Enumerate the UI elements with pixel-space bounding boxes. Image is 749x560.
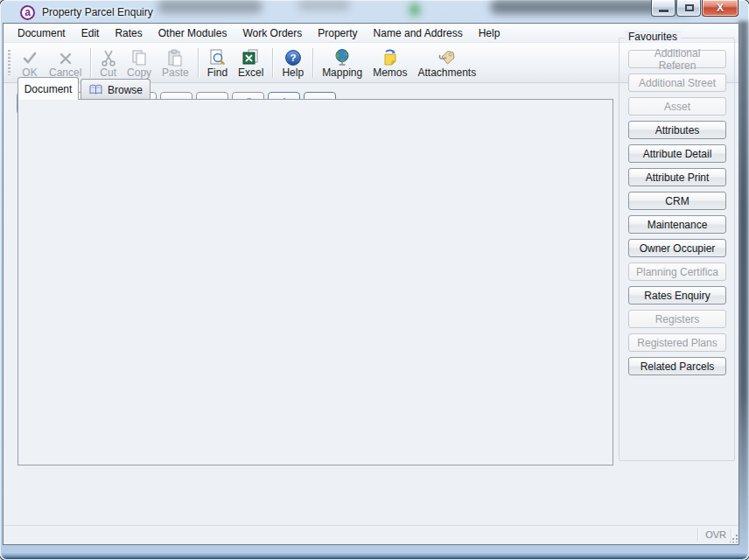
toolbar-separator	[90, 48, 91, 78]
close-icon: X	[703, 2, 738, 14]
favourite-attribute-detail-button[interactable]: Attribute Detail	[628, 144, 726, 163]
favourite-related-parcels-button[interactable]: Related Parcels	[628, 357, 726, 375]
favourite-registers-button: Registers	[628, 310, 726, 328]
memo-note-icon	[382, 47, 399, 66]
window-title: Property Parcel Enquiry	[42, 6, 153, 18]
paste-button: Paste	[157, 46, 194, 80]
maximize-icon	[685, 4, 694, 11]
favourite-planning-certifica-button: Planning Certifica	[628, 262, 726, 281]
mapping-label: Mapping	[322, 66, 362, 79]
maximize-button[interactable]	[676, 0, 701, 17]
toolbar-separator	[312, 48, 313, 78]
help-question-icon: ?	[284, 47, 302, 66]
tab-browse[interactable]: Browse	[80, 79, 150, 100]
toolbar-separator	[198, 48, 199, 78]
favourite-asset-button: Asset	[628, 97, 726, 116]
mapping-button[interactable]: Mapping	[317, 46, 368, 80]
cancel-button: Cancel	[44, 46, 87, 80]
favourite-attribute-print-button[interactable]: Attribute Print	[628, 168, 726, 186]
favourite-crm-button[interactable]: CRM	[628, 192, 726, 210]
statusbar-separator	[697, 528, 698, 542]
attachment-tag-icon	[438, 47, 456, 66]
ok-button: OK	[16, 46, 44, 80]
overwrite-mode-indicator: OVR	[705, 529, 726, 540]
copy-icon	[130, 47, 148, 66]
tab-browse-label: Browse	[108, 84, 143, 96]
excel-label: Excel	[238, 66, 263, 79]
globe-icon	[333, 47, 351, 66]
attachments-label: Attachments	[418, 66, 477, 79]
favourite-additional-referen-button: Additional Referen	[628, 50, 726, 68]
window-frame-right	[738, 21, 748, 551]
paste-label: Paste	[162, 66, 189, 79]
favourite-owner-occupier-button[interactable]: Owner Occupier	[628, 239, 726, 257]
app-window: a Property Parcel Enquiry X Document Edi…	[0, 0, 749, 560]
titlebar[interactable]: a Property Parcel Enquiry X	[0, 0, 749, 24]
help-label: Help	[282, 66, 304, 79]
memos-label: Memos	[373, 66, 407, 79]
scissors-icon	[101, 47, 116, 66]
favourite-maintenance-button[interactable]: Maintenance	[628, 215, 726, 234]
tab-document[interactable]: Document	[18, 77, 79, 100]
svg-text:?: ?	[290, 52, 296, 63]
favourite-registered-plans-button: Registered Plans	[628, 333, 726, 352]
menu-work-orders[interactable]: Work Orders	[234, 24, 310, 42]
cut-label: Cut	[100, 66, 116, 79]
resize-grip[interactable]	[730, 535, 738, 542]
minimize-button[interactable]	[651, 0, 676, 17]
favourites-list: Additional Referen Additional Street Ass…	[628, 50, 726, 375]
menu-document[interactable]: Document	[10, 24, 74, 42]
excel-button[interactable]: Excel	[233, 46, 269, 80]
copy-label: Copy	[127, 66, 151, 79]
favourite-attributes-button[interactable]: Attributes	[628, 121, 726, 139]
toolbar-drag-handle[interactable]	[8, 50, 10, 75]
favourites-title: Favourites	[625, 31, 681, 43]
attachments-button[interactable]: Attachments	[413, 46, 482, 80]
open-book-icon	[88, 84, 103, 95]
client-area: Document Edit Rates Other Modules Work O…	[4, 24, 738, 544]
cut-button: Cut	[94, 46, 122, 80]
find-button[interactable]: Find	[202, 46, 233, 80]
menu-rates[interactable]: Rates	[107, 24, 150, 42]
favourite-additional-street-button: Additional Street	[628, 74, 726, 92]
menu-property[interactable]: Property	[310, 24, 365, 42]
status-bar: OVR	[4, 525, 738, 544]
copy-button: Copy	[122, 46, 157, 80]
paste-icon	[166, 47, 184, 66]
favourite-rates-enquiry-button[interactable]: Rates Enquiry	[628, 286, 726, 304]
menu-edit[interactable]: Edit	[74, 24, 108, 42]
find-magnifier-icon	[208, 47, 226, 66]
menu-name-and-address[interactable]: Name and Address	[366, 24, 471, 42]
app-logo-icon: a	[20, 5, 35, 20]
menu-help[interactable]: Help	[471, 24, 508, 42]
help-button[interactable]: ? Help	[276, 46, 309, 80]
favourites-groupbox: Favourites Additional Referen Additional…	[619, 38, 735, 461]
ok-check-icon	[21, 47, 38, 66]
document-tab-page	[18, 99, 613, 466]
window-frame-bottom	[2, 552, 747, 559]
memos-button[interactable]: Memos	[368, 46, 412, 80]
excel-icon	[242, 47, 260, 66]
tab-document-label: Document	[24, 83, 73, 95]
close-button[interactable]: X	[702, 0, 738, 17]
menu-other-modules[interactable]: Other Modules	[150, 24, 235, 42]
minimize-icon	[659, 10, 668, 12]
cancel-x-icon	[58, 47, 74, 66]
find-label: Find	[207, 66, 228, 79]
toolbar-separator	[272, 48, 273, 78]
